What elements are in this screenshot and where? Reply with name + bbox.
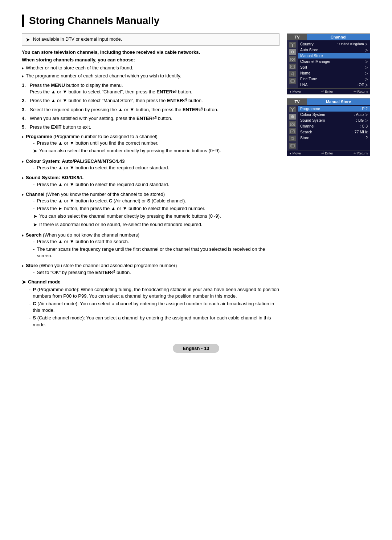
svg-line-1 bbox=[290, 43, 293, 45]
dash-icon: - bbox=[33, 246, 34, 253]
steps-list: 1. Press the MENU button to display the … bbox=[22, 82, 279, 130]
tv-item-lna: LNA : Off ▷ bbox=[298, 82, 370, 88]
section-programme: ♦ Programme (Programme number to be assi… bbox=[22, 133, 279, 156]
channel-mode-item-s: - S (Cable channel mode): You can select… bbox=[29, 315, 279, 328]
section-title: Channel bbox=[26, 192, 44, 197]
step-text: Press the ▲ or ▼ button to select "Manua… bbox=[30, 98, 203, 103]
diamond-icon: ♦ bbox=[22, 74, 24, 79]
svg-rect-20 bbox=[291, 144, 294, 147]
sidebar-icon-sound bbox=[289, 71, 296, 77]
diamond-icon: ♦ bbox=[22, 263, 24, 269]
tv-menu1-footer: ⬥ Move ⏎ Enter ↩ Return bbox=[287, 88, 370, 94]
tv-item-finetune: Fine Tune ▷ bbox=[298, 76, 370, 82]
sub-item: - The tuner scans the frequency range un… bbox=[33, 246, 279, 259]
arrow-icon: ➤ bbox=[33, 213, 37, 220]
page-title: Storing Channels Manually bbox=[22, 15, 370, 27]
tv-menu-channel: TV Channel bbox=[287, 33, 370, 94]
step-text: Press the EXIT button to exit. bbox=[30, 124, 91, 130]
tv-menu2-header: TV Manual Store bbox=[287, 98, 370, 105]
bullet-text: The programme number of each stored chan… bbox=[26, 73, 181, 79]
tv-sidebar-2 bbox=[287, 105, 298, 150]
channel-mode-section: ➤ Channel mode - P (Programme mode): Whe… bbox=[22, 279, 279, 328]
footer-pill: English - 13 bbox=[173, 344, 220, 353]
step-text: Press the MENU button to display the men… bbox=[30, 82, 123, 88]
tv-item2-coloursystem: Colour System : Auto ▷ bbox=[298, 112, 370, 117]
dash-icon: - bbox=[33, 198, 34, 204]
svg-line-12 bbox=[290, 108, 293, 109]
right-column: TV Channel bbox=[287, 33, 370, 156]
sub-item: - Set to "OK" by pressing the ENTER⏎ but… bbox=[33, 269, 177, 276]
diamond-icon: ♦ bbox=[22, 134, 24, 140]
step-3: 3. Select the required option by pressin… bbox=[22, 106, 279, 113]
channel-label: Channel bbox=[307, 34, 370, 40]
list-item: ♦ The programme number of each stored ch… bbox=[22, 73, 279, 79]
dash-icon: - bbox=[29, 315, 30, 321]
sidebar-icon-settings-2 bbox=[289, 114, 296, 120]
dash-icon: - bbox=[29, 301, 30, 307]
tv-sidebar bbox=[287, 40, 298, 88]
footer-bar: English - 13 bbox=[22, 344, 370, 353]
dash-icon: - bbox=[33, 238, 34, 245]
list-item: ♦ Whether or not to store each of the ch… bbox=[22, 65, 279, 71]
tv-item2-soundsystem: Sound System : BG ▷ bbox=[298, 117, 370, 123]
tv-menu-header: TV Channel bbox=[287, 34, 370, 40]
sub-text: C (Air channel mode): You can select a c… bbox=[33, 301, 279, 314]
sidebar-icon-antenna-2 bbox=[289, 106, 296, 112]
section-title: Store bbox=[26, 263, 38, 268]
note-text: Not available in DTV or external input m… bbox=[33, 37, 122, 42]
diamond-icon: ♦ bbox=[22, 192, 24, 197]
step-number: 4. bbox=[22, 115, 28, 122]
svg-line-13 bbox=[293, 108, 295, 109]
step-4: 4. When you are satisfied with your sett… bbox=[22, 115, 279, 122]
arrow-icon: ➤ bbox=[33, 221, 37, 229]
sub-text: You can also select the channel number d… bbox=[39, 213, 221, 219]
dash-icon: - bbox=[33, 269, 34, 276]
sub-text: Set to "OK" by pressing the ENTER⏎ butto… bbox=[37, 269, 131, 276]
footer2-enter: ⏎ Enter bbox=[321, 151, 333, 155]
left-column: ➤ Not available in DTV or external input… bbox=[22, 33, 279, 329]
step-text: When you are satisfied with your setting… bbox=[30, 116, 172, 121]
sub-text: Press the ▲ or ▼ button to select the re… bbox=[37, 181, 169, 188]
dash-icon: - bbox=[29, 286, 30, 293]
tv-item2-channel: Channel : C 3 bbox=[298, 123, 370, 129]
section-channel: ♦ Channel (When you know the number of t… bbox=[22, 191, 279, 230]
sidebar-icon-settings bbox=[289, 49, 296, 55]
step-5: 5. Press the EXIT button to exit. bbox=[22, 124, 279, 130]
tv-menu-manual-store: TV Manual Store bbox=[287, 98, 370, 156]
sub-item: - Press the ▲ or ▼ button to select C (A… bbox=[33, 198, 221, 204]
sub-item: - Press the ▲ or ▼ button to select the … bbox=[33, 165, 169, 171]
subheading: When storing channels manually, you can … bbox=[22, 57, 279, 63]
diamond-icon: ♦ bbox=[22, 66, 24, 71]
dash-icon: - bbox=[33, 205, 34, 212]
sidebar-icon-setup bbox=[289, 78, 296, 84]
dash-icon: - bbox=[33, 140, 34, 146]
tv-item2-programme: Programme : P 2 bbox=[298, 106, 370, 112]
tv-menu2-items: Programme : P 2 Colour System : Auto ▷ S… bbox=[298, 105, 370, 150]
sub-text: S (Cable channel mode): You can select a… bbox=[33, 315, 279, 328]
section-title: Programme bbox=[26, 134, 52, 139]
channel-mode-item-c: - C (Air channel mode): You can select a… bbox=[29, 301, 279, 314]
sidebar-icon-setup-2 bbox=[289, 143, 296, 149]
sub-text: The tuner scans the frequency range unti… bbox=[37, 246, 279, 259]
sidebar-icon-camera bbox=[289, 56, 296, 62]
diamond-icon: ♦ bbox=[22, 233, 24, 238]
sub-item: - Press the ▲ or ▼ button to start the s… bbox=[33, 238, 279, 245]
svg-point-4 bbox=[292, 52, 293, 52]
footer2-move: ⬥ Move bbox=[289, 151, 301, 155]
tv-label-2: TV bbox=[287, 98, 307, 105]
bullet-text: Whether or not to store each of the chan… bbox=[26, 65, 133, 71]
channel-mode-item-p: - P (Programme mode): When completing tu… bbox=[29, 286, 279, 299]
step-2: 2. Press the ▲ or ▼ button to select "Ma… bbox=[22, 97, 279, 104]
step-number: 2. bbox=[22, 97, 28, 104]
step-number: 5. bbox=[22, 124, 28, 130]
footer-move: ⬥ Move bbox=[289, 89, 301, 93]
diamond-icon: ♦ bbox=[22, 159, 24, 164]
sub-item-arrow: ➤ If there is abnormal sound or no sound… bbox=[33, 221, 221, 229]
step-1: 1. Press the MENU button to display the … bbox=[22, 82, 279, 95]
footer-enter: ⏎ Enter bbox=[321, 89, 333, 93]
tv-item-name: Name ▷ bbox=[298, 70, 370, 76]
sub-item: - Press the ▲ or ▼ button until you find… bbox=[33, 140, 221, 146]
section-title: Colour System: Auto/PAL/SECAM/NTSC4.43 bbox=[26, 158, 124, 164]
svg-line-2 bbox=[293, 43, 295, 45]
tv-menu2-body: Programme : P 2 Colour System : Auto ▷ S… bbox=[287, 105, 370, 150]
